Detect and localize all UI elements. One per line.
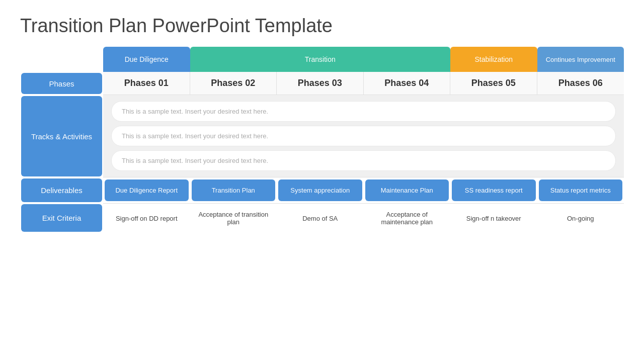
- deliverable-3[interactable]: System appreciation: [278, 179, 362, 201]
- exit-3: Demo of SA: [277, 203, 364, 233]
- exit-1: Sign-off on DD report: [103, 203, 190, 233]
- phase-01: Phases 01: [103, 72, 190, 95]
- header-stabilization: Stabilization: [450, 47, 537, 72]
- header-improvement: Continues Improvement: [537, 47, 624, 72]
- deliverable-6[interactable]: Status report metrics: [539, 179, 623, 201]
- phase-06: Phases 06: [537, 72, 624, 95]
- header-due-diligence: Due Diligence: [103, 47, 190, 72]
- phase-04: Phases 04: [364, 72, 451, 95]
- phases-label: Phases: [21, 73, 102, 94]
- sample-text-2[interactable]: This is a sample text. Insert your desir…: [111, 126, 616, 146]
- phase-02: Phases 02: [190, 72, 277, 95]
- deliverable-1[interactable]: Due Diligence Report: [105, 179, 189, 201]
- deliverables-label: Deliverables: [21, 178, 102, 202]
- tracks-label: Tracks & Activities: [21, 96, 102, 176]
- tracks-row: Tracks & Activities This is a sample tex…: [20, 95, 624, 177]
- tracks-content: This is a sample text. Insert your desir…: [103, 95, 624, 177]
- sample-text-1[interactable]: This is a sample text. Insert your desir…: [111, 101, 616, 122]
- exit-2: Acceptance of transition plan: [190, 203, 277, 233]
- exit-6: On-going: [537, 203, 624, 233]
- page-title: Transition Plan PowerPoint Template: [20, 15, 624, 37]
- header-transition: Transition: [190, 47, 451, 72]
- sample-text-3[interactable]: This is a sample text. Insert your desir…: [111, 150, 616, 171]
- phase-05: Phases 05: [450, 72, 537, 95]
- phases-row: Phases Phases 01 Phases 02 Phases 03 Pha…: [20, 72, 624, 95]
- header-empty-cell: [20, 47, 103, 72]
- deliverable-4[interactable]: Maintenance Plan: [365, 179, 449, 201]
- deliverables-row: Deliverables Due Diligence Report Transi…: [20, 177, 624, 203]
- header-row: Due Diligence Transition Stabilization C…: [20, 47, 624, 72]
- exit-4: Acceptance of maintenance plan: [364, 203, 451, 233]
- exit-5: Sign-off n takeover: [450, 203, 537, 233]
- phase-03: Phases 03: [277, 72, 364, 95]
- deliverable-2[interactable]: Transition Plan: [192, 179, 276, 201]
- exit-criteria-label: Exit Criteria: [21, 204, 102, 232]
- exit-criteria-row: Exit Criteria Sign-off on DD report Acce…: [20, 203, 624, 233]
- deliverable-5[interactable]: SS readiness report: [452, 179, 536, 201]
